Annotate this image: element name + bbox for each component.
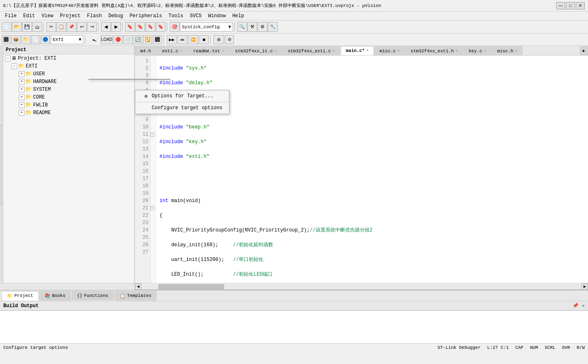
tab-readme[interactable]: readme.txt× <box>188 46 229 55</box>
tab-stm32extic[interactable]: stm32f4xx_exti.c× <box>283 46 340 55</box>
expand-user[interactable]: + <box>19 71 25 77</box>
tab-misch[interactable]: misc.h× <box>492 46 523 55</box>
close-button[interactable]: ✕ <box>576 2 585 9</box>
tb-cut[interactable]: ✂ <box>46 22 56 32</box>
menu-window[interactable]: Window <box>205 12 229 20</box>
tb-func1[interactable]: ⚒ <box>247 22 257 32</box>
tb2-load[interactable]: LOAD <box>101 35 113 44</box>
menu-help[interactable]: Help <box>229 12 247 20</box>
expand-core[interactable]: + <box>19 94 25 100</box>
tab-templates[interactable]: 📋 Templates <box>114 291 157 301</box>
tab-project[interactable]: 📁 Project <box>2 291 38 301</box>
tb2-btn7[interactable]: ⚪ <box>123 35 132 44</box>
menu-tools[interactable]: Tools <box>165 12 186 20</box>
line-num: 1 <box>137 57 148 65</box>
expand-system[interactable]: + <box>19 87 25 92</box>
hscroll-left-btn[interactable]: ◀ <box>135 283 141 290</box>
tb2-btn5[interactable]: 🔵 <box>41 35 50 44</box>
tb-redo[interactable]: ↪ <box>87 22 97 32</box>
build-close-icon[interactable]: ✕ <box>582 303 585 309</box>
menu-edit[interactable]: Edit <box>20 12 38 20</box>
fold-blank <box>150 57 156 65</box>
tree-item-readme[interactable]: + 📁 README <box>3 109 134 117</box>
tb2-btn3[interactable]: 📁 <box>21 35 30 44</box>
expand-exti[interactable]: − <box>11 63 17 69</box>
tree-item-core[interactable]: + 📁 CORE <box>3 93 134 101</box>
tab-m4h[interactable]: m4.h <box>135 46 156 55</box>
menu-file[interactable]: File <box>2 12 20 20</box>
tab-keyc[interactable]: key.c× <box>463 46 491 55</box>
tab-scroll-arrow[interactable]: ▶ <box>580 46 588 55</box>
tb-undo[interactable]: ↩ <box>77 22 87 32</box>
tb-paste[interactable]: 📌 <box>67 22 76 32</box>
hscroll-thumb[interactable] <box>159 284 224 289</box>
expand-project[interactable]: − <box>5 56 11 61</box>
expand-readme[interactable]: + <box>19 110 25 116</box>
menu-peripherals[interactable]: Peripherals <box>126 12 165 20</box>
tb-bookmark2[interactable]: 🔖 <box>135 22 145 32</box>
tb-open[interactable]: 📂 <box>12 22 22 32</box>
line-num: 11 <box>137 131 148 138</box>
tb2-grid[interactable]: ⊞ <box>213 35 224 44</box>
tb-nav-back[interactable]: ◀ <box>101 22 111 32</box>
menu-project[interactable]: Project <box>56 12 83 20</box>
tb2-btn9[interactable]: 🔁 <box>143 35 152 44</box>
tb2-btn4[interactable]: 📄 <box>31 35 40 44</box>
tab-stm32extih[interactable]: stm32f4xx_exti.h× <box>405 46 463 55</box>
maximize-button[interactable]: □ <box>566 2 575 9</box>
tb2-step[interactable]: ▶▶ <box>167 35 177 44</box>
fold-btn-21[interactable]: − <box>150 204 156 212</box>
tb-func2[interactable]: ⚙ <box>258 22 267 32</box>
target-dropdown[interactable]: Systick_config ▼ <box>180 22 233 31</box>
tb-bookmark[interactable]: 🔖 <box>125 22 135 32</box>
tb-new[interactable]: 📄 <box>2 22 11 32</box>
build-output-content[interactable] <box>0 310 588 343</box>
user-label: USER <box>33 71 45 77</box>
hscroll-right-btn[interactable]: ▶ <box>581 283 588 290</box>
hscroll-track[interactable] <box>142 284 581 289</box>
code-line-2: #include "delay.h" <box>159 79 585 87</box>
tab-stm32f4it[interactable]: stm32f4xx_it.c× <box>230 46 282 55</box>
tb2-btn1[interactable]: ⬛ <box>2 35 11 44</box>
tb-save[interactable]: 💾 <box>22 22 32 32</box>
tab-mainc[interactable]: main.c*× <box>341 46 374 55</box>
tb2-settings[interactable]: ⚙ <box>225 35 234 44</box>
build-pin-icon[interactable]: 📌 <box>572 303 579 309</box>
fold-btn-11[interactable]: − <box>150 131 156 138</box>
tb2-btn10[interactable]: ⬛ <box>153 35 162 44</box>
expand-fwlib[interactable]: + <box>19 102 25 108</box>
tb-search[interactable]: 🔍 <box>237 22 247 32</box>
menu-view[interactable]: View <box>38 12 57 20</box>
tb2-btn2[interactable]: 📦 <box>11 35 20 44</box>
dropdown-menu-indicator <box>88 79 170 80</box>
tb-copy[interactable]: 📋 <box>56 22 66 32</box>
tb-func3[interactable]: 🔧 <box>268 22 278 32</box>
tree-item-user[interactable]: + 📁 USER <box>3 70 134 78</box>
tab-extic[interactable]: exti.c× <box>157 46 187 55</box>
menu-debug[interactable]: Debug <box>105 12 126 20</box>
tab-books[interactable]: 📚 Books <box>39 291 71 301</box>
tree-item-exti[interactable]: − 📁 EXTI <box>3 62 134 70</box>
tree-item-project-root[interactable]: − 🖥 Project: EXTI <box>3 54 134 62</box>
ctx-options-target[interactable]: ⚙ Options for Target... <box>135 91 229 101</box>
ctx-configure-target[interactable]: Configure target options <box>135 103 229 113</box>
tb2-step2[interactable]: ⏭ <box>177 35 187 44</box>
tb-bookmark3[interactable]: 🔖 <box>146 22 155 32</box>
tree-item-fwlib[interactable]: + 📁 FWLIB <box>3 101 134 109</box>
minimize-button[interactable]: — <box>556 2 565 9</box>
sidebar: Project − 🖥 Project: EXTI − 📁 EXTI + 📁 U… <box>3 46 135 283</box>
menu-svcs[interactable]: SVCS <box>186 12 205 20</box>
expand-hardware[interactable]: + <box>19 79 25 85</box>
tb-nav-fwd[interactable]: ▶ <box>111 22 121 32</box>
menu-flash[interactable]: Flash <box>84 12 105 20</box>
tree-item-system[interactable]: + 📁 SYSTEM <box>3 85 134 93</box>
tb2-btn8[interactable]: 🔃 <box>133 35 142 44</box>
tb-saveall[interactable]: 🗂 <box>32 22 42 32</box>
tb-bookmark4[interactable]: 🔖 <box>156 22 166 32</box>
target-name-dropdown[interactable]: EXTI ▼ <box>51 35 83 44</box>
tab-miscc[interactable]: misc.c× <box>374 46 405 55</box>
tb2-step3[interactable]: ⏩ <box>188 35 198 44</box>
tb2-stop[interactable]: ⏹ <box>199 35 209 44</box>
tab-functions[interactable]: {} Functions <box>72 291 114 300</box>
tb2-btn6[interactable]: 🔴 <box>114 35 123 44</box>
